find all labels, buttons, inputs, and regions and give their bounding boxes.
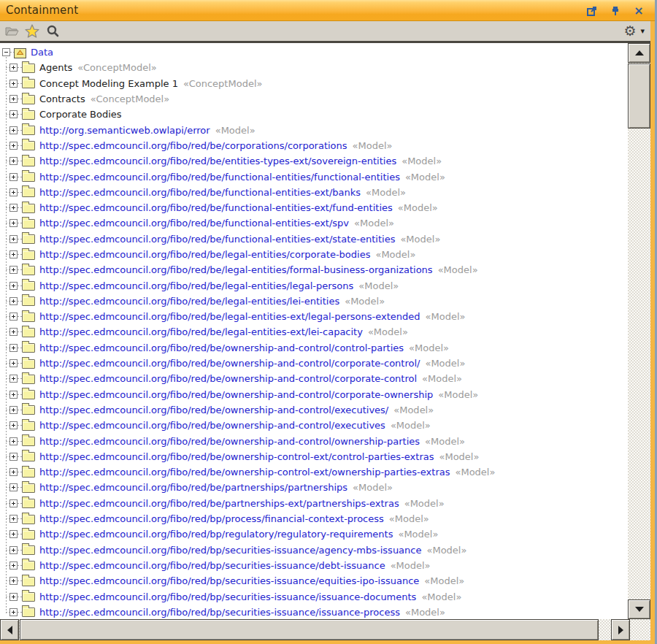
expand-toggle-icon[interactable]: [9, 344, 18, 352]
tree-node[interactable]: http://spec.edmcouncil.org/fibo/red/bp/p…: [0, 511, 626, 526]
expand-toggle-icon[interactable]: [9, 80, 18, 88]
expand-toggle-icon[interactable]: [9, 313, 18, 321]
scroll-left-button[interactable]: [0, 619, 19, 640]
tree-node-label: Contracts: [39, 93, 85, 104]
tree-node[interactable]: Agents «ConceptModel»: [0, 60, 626, 75]
gear-icon[interactable]: ⚙: [623, 24, 636, 38]
tree-node[interactable]: http://spec.edmcouncil.org/fibo/red/be/o…: [0, 464, 626, 480]
expand-toggle-icon[interactable]: [9, 250, 18, 258]
expand-toggle-icon[interactable]: [9, 64, 18, 72]
tree-node[interactable]: http://spec.edmcouncil.org/fibo/red/bp/s…: [0, 605, 626, 619]
chevron-down-icon[interactable]: ▾: [640, 26, 645, 36]
search-button[interactable]: [44, 23, 61, 39]
vertical-scrollbar[interactable]: [628, 43, 650, 619]
expand-toggle-icon[interactable]: [9, 530, 18, 538]
expand-toggle-icon[interactable]: [9, 375, 18, 383]
tree-node[interactable]: http://spec.edmcouncil.org/fibo/red/be/e…: [0, 153, 626, 169]
tree-node[interactable]: http://spec.edmcouncil.org/fibo/red/be/f…: [0, 231, 626, 247]
tree-node[interactable]: http://spec.edmcouncil.org/fibo/red/be/f…: [0, 169, 626, 184]
expand-toggle-icon[interactable]: [9, 546, 18, 554]
tree-node[interactable]: http://spec.edmcouncil.org/fibo/red/be/l…: [0, 309, 626, 324]
expand-toggle-icon[interactable]: [9, 421, 18, 429]
scroll-up-button[interactable]: [628, 43, 650, 63]
expand-toggle-icon[interactable]: [9, 328, 18, 336]
expand-toggle-icon[interactable]: [9, 95, 18, 103]
expand-toggle-icon[interactable]: [9, 593, 18, 601]
tree-root-node[interactable]: Data: [0, 45, 626, 60]
tree-node[interactable]: http://spec.edmcouncil.org/fibo/red/be/c…: [0, 138, 626, 153]
panel-title-bar: Containment ×: [0, 0, 655, 21]
tree-node[interactable]: http://spec.edmcouncil.org/fibo/red/be/p…: [0, 480, 626, 495]
model-root-icon: [14, 47, 26, 58]
open-project-button[interactable]: [3, 23, 20, 39]
tree-node-label: http://spec.edmcouncil.org/fibo/red/be/o…: [39, 451, 434, 462]
tree-node[interactable]: http://spec.edmcouncil.org/fibo/red/bp/s…: [0, 543, 626, 558]
expand-toggle-icon[interactable]: [9, 235, 18, 243]
expand-toggle-icon[interactable]: [9, 266, 18, 274]
expand-toggle-icon[interactable]: [9, 483, 18, 491]
expand-toggle-icon[interactable]: [9, 406, 18, 414]
expand-toggle-icon[interactable]: [9, 577, 18, 585]
float-window-icon[interactable]: [586, 5, 598, 17]
tree-node[interactable]: http://spec.edmcouncil.org/fibo/red/be/o…: [0, 387, 626, 402]
expand-toggle-icon[interactable]: [9, 188, 18, 196]
tree-node[interactable]: http://spec.edmcouncil.org/fibo/red/be/o…: [0, 402, 626, 418]
expand-toggle-icon[interactable]: [9, 157, 18, 165]
tree-node[interactable]: http://spec.edmcouncil.org/fibo/red/be/l…: [0, 277, 626, 293]
tree-node-label: http://spec.edmcouncil.org/fibo/red/bp/p…: [39, 513, 384, 524]
tree-node[interactable]: http://spec.edmcouncil.org/fibo/red/bp/s…: [0, 589, 626, 604]
tree-node[interactable]: http://spec.edmcouncil.org/fibo/red/be/f…: [0, 200, 626, 215]
expand-toggle-icon[interactable]: [9, 142, 18, 150]
tree-node[interactable]: http://spec.edmcouncil.org/fibo/red/bp/s…: [0, 573, 626, 589]
tree-node[interactable]: Concept Modeling Example 1 «ConceptModel…: [0, 76, 626, 91]
expand-toggle-icon[interactable]: [9, 297, 18, 305]
close-icon[interactable]: ×: [633, 5, 645, 17]
expand-toggle-icon[interactable]: [9, 219, 18, 227]
expand-toggle-icon[interactable]: [9, 173, 18, 181]
collapse-toggle-icon[interactable]: [2, 48, 10, 56]
expand-toggle-icon[interactable]: [9, 515, 18, 523]
expand-toggle-icon[interactable]: [9, 391, 18, 399]
expand-toggle-icon[interactable]: [9, 359, 18, 367]
tree-node[interactable]: http://spec.edmcouncil.org/fibo/red/be/p…: [0, 496, 626, 511]
horizontal-scrollbar-thumb[interactable]: [20, 619, 599, 640]
scroll-down-button[interactable]: [628, 599, 650, 619]
expand-toggle-icon[interactable]: [9, 204, 18, 212]
vertical-scrollbar-thumb[interactable]: [628, 64, 650, 129]
expand-toggle-icon[interactable]: [9, 282, 18, 290]
expand-toggle-icon[interactable]: [9, 561, 18, 570]
tree-node[interactable]: http://spec.edmcouncil.org/fibo/red/be/l…: [0, 294, 626, 309]
expand-toggle-icon[interactable]: [9, 453, 18, 461]
favorites-button[interactable]: [23, 23, 41, 39]
tree-node[interactable]: http://spec.edmcouncil.org/fibo/red/be/l…: [0, 262, 626, 277]
tree-node-stereotype: «Model»: [425, 358, 465, 369]
tree-node[interactable]: http://spec.edmcouncil.org/fibo/red/be/l…: [0, 247, 626, 262]
tree-node[interactable]: http://org.semanticweb.owlapi/error «Mod…: [0, 122, 626, 137]
tree-node[interactable]: http://spec.edmcouncil.org/fibo/red/be/f…: [0, 185, 626, 200]
tree-node[interactable]: http://spec.edmcouncil.org/fibo/red/be/l…: [0, 324, 626, 340]
expand-toggle-icon[interactable]: [9, 126, 18, 134]
tree-node[interactable]: Corporate Bodies: [0, 107, 626, 122]
tree-node-stereotype: «Model»: [345, 296, 385, 307]
expand-toggle-icon[interactable]: [9, 437, 18, 445]
expand-toggle-icon[interactable]: [9, 608, 18, 616]
window-controls: ×: [586, 0, 645, 21]
tree-node[interactable]: http://spec.edmcouncil.org/fibo/red/be/o…: [0, 356, 626, 371]
tree-node[interactable]: http://spec.edmcouncil.org/fibo/red/bp/s…: [0, 558, 626, 573]
package-folder-icon: [22, 499, 35, 508]
tree-node[interactable]: Contracts «ConceptModel»: [0, 91, 626, 107]
expand-toggle-icon[interactable]: [9, 499, 18, 507]
tree-node[interactable]: http://spec.edmcouncil.org/fibo/red/be/o…: [0, 433, 626, 448]
tree-node[interactable]: http://spec.edmcouncil.org/fibo/red/bp/r…: [0, 526, 626, 542]
horizontal-scrollbar[interactable]: [0, 619, 630, 640]
tree-node[interactable]: http://spec.edmcouncil.org/fibo/red/be/o…: [0, 418, 626, 433]
tree-node[interactable]: http://spec.edmcouncil.org/fibo/red/be/o…: [0, 340, 626, 356]
tree-node[interactable]: http://spec.edmcouncil.org/fibo/red/be/f…: [0, 215, 626, 231]
tree-node-stereotype: «ConceptModel»: [183, 78, 262, 89]
tree-node[interactable]: http://spec.edmcouncil.org/fibo/red/be/o…: [0, 371, 626, 386]
tree-node[interactable]: http://spec.edmcouncil.org/fibo/red/be/o…: [0, 449, 626, 464]
expand-toggle-icon[interactable]: [9, 110, 18, 118]
expand-toggle-icon[interactable]: [9, 468, 18, 476]
pin-icon[interactable]: [610, 5, 621, 17]
scroll-right-button[interactable]: [611, 619, 630, 640]
